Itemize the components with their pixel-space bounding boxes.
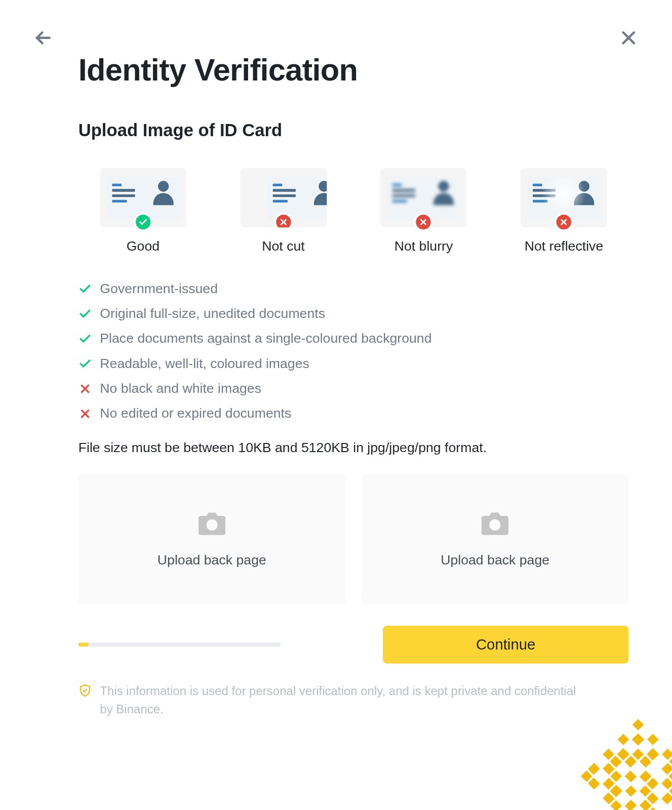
upload-right-label: Upload back page <box>441 552 549 568</box>
check-icon <box>78 332 92 345</box>
example-not-blurry-label: Not blurry <box>359 238 489 254</box>
rule-text: Original full-size, unedited documents <box>100 306 325 321</box>
rule-item: No black and white images <box>78 381 629 396</box>
cross-icon <box>78 407 92 420</box>
example-not-cut-image <box>240 168 327 227</box>
rules-list: Government-issued Original full-size, un… <box>78 281 629 421</box>
file-size-note: File size must be between 10KB and 5120K… <box>78 440 629 456</box>
rule-item: Government-issued <box>78 281 629 297</box>
example-good-image <box>100 168 186 227</box>
cross-icon <box>78 382 92 395</box>
check-icon <box>78 282 92 296</box>
example-not-cut-label: Not cut <box>219 238 348 254</box>
upload-row: Upload back page Upload back page <box>78 474 629 604</box>
privacy-text: This information is used for personal ve… <box>100 682 588 719</box>
example-not-reflective-label: Not reflective <box>499 238 629 254</box>
close-icon <box>618 27 640 49</box>
back-button[interactable] <box>32 27 54 49</box>
upload-left-label: Upload back page <box>157 552 266 568</box>
continue-button[interactable]: Continue <box>383 626 628 664</box>
rule-text: Readable, well-lit, coloured images <box>100 356 309 372</box>
example-not-reflective: Not reflective <box>499 168 629 254</box>
example-not-blurry: Not blurry <box>359 168 489 254</box>
example-not-blurry-image <box>380 168 467 227</box>
rule-item: No edited or expired documents <box>78 406 629 421</box>
cross-badge-icon <box>555 213 573 231</box>
shield-check-icon <box>78 684 92 698</box>
camera-icon <box>199 511 225 536</box>
rule-item: Place documents against a single-coloure… <box>78 331 629 346</box>
example-good: Good <box>78 168 208 254</box>
cross-badge-icon <box>414 213 433 231</box>
close-button[interactable] <box>618 27 640 49</box>
arrow-left-icon <box>32 27 54 49</box>
upload-box-left[interactable]: Upload back page <box>78 474 345 604</box>
example-not-cut: Not cut <box>219 168 348 254</box>
example-good-label: Good <box>78 238 208 254</box>
qr-decoration <box>581 719 672 810</box>
page-title: Identity Verification <box>78 51 629 88</box>
check-icon <box>78 357 92 371</box>
examples-row: Good <box>78 168 629 254</box>
rule-item: Original full-size, unedited documents <box>78 306 629 321</box>
footer-row: Continue <box>78 626 629 664</box>
rule-text: No edited or expired documents <box>100 406 291 421</box>
upload-box-right[interactable]: Upload back page <box>362 474 628 604</box>
progress-bar <box>78 642 281 646</box>
privacy-note: This information is used for personal ve… <box>78 682 629 719</box>
progress-fill <box>78 642 89 646</box>
verification-modal: Identity Verification Upload Image of ID… <box>0 0 672 810</box>
rule-text: Place documents against a single-coloure… <box>100 331 431 346</box>
example-not-reflective-image <box>521 168 607 227</box>
check-badge-icon <box>134 213 152 231</box>
rule-text: No black and white images <box>100 381 261 396</box>
rule-item: Readable, well-lit, coloured images <box>78 356 629 372</box>
check-icon <box>78 307 92 320</box>
cross-badge-icon <box>274 213 293 227</box>
camera-icon <box>482 511 508 536</box>
rule-text: Government-issued <box>100 281 218 297</box>
section-subtitle: Upload Image of ID Card <box>78 120 629 141</box>
